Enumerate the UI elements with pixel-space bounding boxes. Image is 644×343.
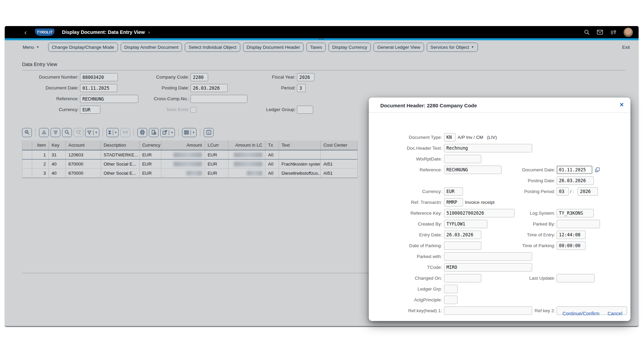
- time-of-parking-field[interactable]: 00:00:00: [557, 241, 586, 250]
- last-update-field[interactable]: [557, 274, 595, 282]
- dialog-document-date-field[interactable]: 01.11.2025: [557, 166, 592, 174]
- mail-icon[interactable]: [597, 29, 603, 35]
- posting-period-year-field[interactable]: 2026: [578, 187, 598, 196]
- cross-comp-field[interactable]: [190, 95, 247, 103]
- print-icon[interactable]: [137, 128, 147, 137]
- sort-ascending-icon[interactable]: [39, 128, 49, 137]
- close-icon[interactable]: ×: [620, 101, 624, 109]
- col-currency[interactable]: Currency: [140, 141, 161, 150]
- col-key[interactable]: Key: [49, 141, 66, 150]
- general-ledger-view-button[interactable]: General Ledger View: [374, 43, 424, 52]
- company-code-label: Company Code:: [121, 73, 189, 81]
- parked-with-label: Parked with:: [380, 252, 442, 261]
- menu-button[interactable]: Menu ▼: [23, 45, 39, 50]
- layout-button[interactable]: ▼: [182, 128, 197, 137]
- filter-button[interactable]: ▼: [85, 128, 99, 137]
- row-selector[interactable]: [22, 169, 32, 177]
- cell-lcurr: EUR: [205, 150, 228, 159]
- user-settings-icon[interactable]: [610, 29, 616, 35]
- back-icon[interactable]: ‹: [24, 29, 27, 36]
- document-type-field[interactable]: KN: [444, 133, 456, 142]
- table-row[interactable]: 2 40 670000 Other Social E... EUR EUR A0…: [22, 159, 358, 169]
- select-individual-object-button[interactable]: Select Individual Object: [185, 43, 240, 52]
- cancel-button[interactable]: Cancel: [607, 311, 622, 316]
- toolbar-separator: [178, 128, 179, 136]
- col-account[interactable]: Account: [66, 141, 101, 150]
- document-number-field[interactable]: 88003420: [80, 73, 118, 81]
- info-icon[interactable]: [204, 128, 214, 137]
- export-button[interactable]: ▼: [160, 128, 175, 137]
- services-for-object-button[interactable]: Services for Object ▼: [427, 43, 478, 52]
- date-of-parking-field[interactable]: [444, 241, 481, 250]
- wtx-rpt-date-field[interactable]: [444, 155, 481, 163]
- wtx-rpt-date-label: WtxRptDate:: [380, 155, 442, 164]
- fiscal-year-field[interactable]: 2026: [297, 73, 315, 81]
- details-icon[interactable]: [22, 128, 32, 137]
- ledger-grp-field[interactable]: [444, 285, 458, 293]
- cell-key: 40: [49, 169, 66, 177]
- dialog-reference-label: Reference:: [380, 166, 442, 174]
- col-amount[interactable]: Amount: [161, 141, 205, 150]
- change-display-mode-button[interactable]: Change Display/Change Mode: [48, 43, 118, 52]
- table-row[interactable]: 3 40 670000 Other Social E... EUR EUR A0…: [22, 169, 358, 178]
- search-icon[interactable]: [584, 29, 590, 35]
- col-amount-lc[interactable]: Amount in LC: [228, 141, 265, 150]
- row-selector[interactable]: [22, 159, 32, 168]
- taxes-button[interactable]: Taxes: [306, 43, 326, 52]
- parked-with-field[interactable]: [444, 252, 532, 261]
- row-selector[interactable]: [22, 150, 32, 159]
- currency-field[interactable]: EUR: [80, 106, 100, 114]
- cell-key: 40: [49, 159, 66, 168]
- table-row[interactable]: 1 31 120603 STADTWERKE... EUR EUR A0: [22, 150, 358, 159]
- filter-dropdown-icon[interactable]: ▼: [93, 130, 98, 135]
- header-grip-icon[interactable]: •••: [319, 37, 325, 41]
- selection-column-header[interactable]: [22, 141, 32, 150]
- dialog-body: Document Type: KN A/P Inv / CM (LIV) Doc…: [380, 112, 619, 304]
- cell-cost-center: [321, 150, 358, 159]
- continue-confirm-button[interactable]: Continue/Confirm: [562, 311, 599, 316]
- doc-header-text-field[interactable]: Rechnung: [444, 144, 532, 152]
- exit-button[interactable]: Exit: [622, 45, 630, 50]
- col-description[interactable]: Description: [101, 141, 140, 150]
- document-date-field[interactable]: 01.11.2025: [80, 84, 117, 92]
- changed-on-field[interactable]: [444, 274, 481, 282]
- display-another-document-button[interactable]: Display Another Document: [121, 43, 182, 52]
- find-icon[interactable]: [62, 128, 72, 137]
- sort-descending-icon[interactable]: [51, 128, 60, 137]
- col-item[interactable]: Item: [32, 141, 49, 150]
- created-by-field[interactable]: TYFLOW1: [444, 220, 487, 228]
- entry-date-field[interactable]: 26.03.2026: [444, 231, 481, 239]
- posting-date-field[interactable]: 26.03.2026: [190, 84, 228, 92]
- display-currency-button[interactable]: Display Currency: [328, 43, 371, 52]
- company-code-field[interactable]: 2280: [190, 73, 208, 81]
- ref-transactn-field[interactable]: RMRP: [444, 198, 463, 207]
- dialog-currency-field[interactable]: EUR: [444, 187, 463, 196]
- col-cost-center[interactable]: Cost Center: [321, 141, 358, 150]
- ledger-group-field[interactable]: [297, 106, 313, 114]
- log-system-field[interactable]: TY_R3KONS: [557, 209, 594, 217]
- title-chevron-down-icon[interactable]: ∨: [148, 30, 150, 34]
- col-text[interactable]: Text: [279, 141, 321, 150]
- display-document-header-button[interactable]: Display Document Header: [243, 43, 304, 52]
- total-button[interactable]: Σ ▼: [106, 128, 119, 137]
- tcode-field[interactable]: MIRO: [444, 263, 532, 272]
- export-dropdown-icon[interactable]: ▼: [169, 130, 173, 135]
- period-field[interactable]: 3: [297, 84, 306, 92]
- copy-icon[interactable]: [594, 166, 601, 173]
- col-tx[interactable]: Tx: [265, 141, 279, 150]
- ref-key2-label: Ref.key 2:: [489, 306, 555, 315]
- cell-currency: EUR: [140, 150, 161, 159]
- time-of-entry-field[interactable]: 12:44:08: [557, 231, 586, 239]
- layout-dropdown-icon[interactable]: ▼: [190, 130, 195, 135]
- toolbar-separator: [103, 128, 103, 136]
- col-lcurr[interactable]: LCurr: [205, 141, 228, 150]
- total-dropdown-icon[interactable]: ▼: [113, 130, 117, 135]
- dialog-posting-date-field[interactable]: 26.03.2026: [557, 176, 594, 185]
- posting-period-month-field[interactable]: 03: [557, 187, 569, 196]
- parked-by-field[interactable]: [557, 220, 600, 228]
- user-avatar[interactable]: [623, 27, 633, 37]
- cell-text: Dieseltreibstoffzus...: [279, 169, 321, 177]
- actg-principle-field[interactable]: [444, 296, 458, 304]
- display-list-icon[interactable]: [149, 128, 159, 137]
- subtotal-icon: Σ/Σ: [120, 128, 130, 137]
